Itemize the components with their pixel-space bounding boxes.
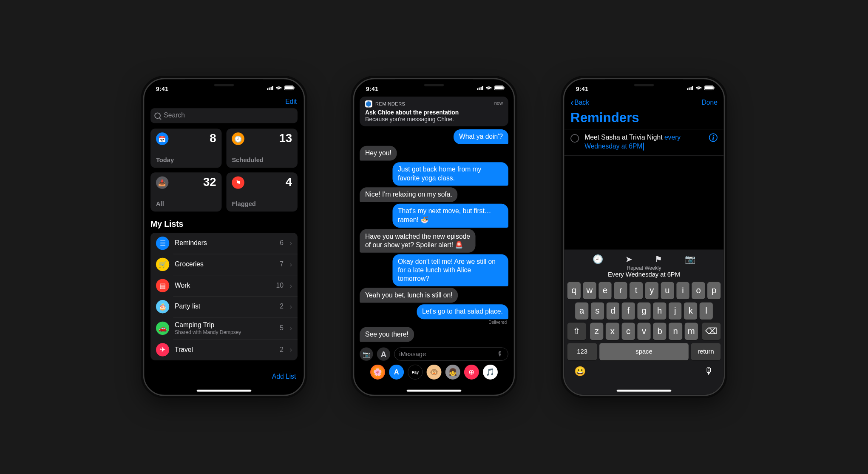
back-button[interactable]: ‹Back [570,98,589,107]
dictation-key[interactable]: 🎙 [704,366,714,377]
tile-all[interactable]: 📥 32 All [150,172,221,211]
return-key[interactable]: return [691,343,720,360]
chevron-right-icon: › [290,303,292,311]
list-name: Reminders [175,240,274,247]
key-o[interactable]: o [692,282,705,299]
key-h[interactable]: h [653,303,666,320]
list-item[interactable]: 🎂Party list2› [150,296,298,317]
key-v[interactable]: v [637,323,651,340]
key-b[interactable]: b [653,323,667,340]
done-button[interactable]: Done [702,99,718,106]
tile-label: All [156,200,216,208]
sent-message[interactable]: What ya doin'? [454,129,508,144]
received-message[interactable]: Hey you! [360,146,397,161]
reminder-notification[interactable]: 🔵 REMINDERS now Ask Chloe about the pres… [360,97,508,126]
calendar-icon: 📅 [156,132,168,145]
sent-message[interactable]: Let's go to that salad place. [417,304,508,319]
message-input[interactable]: iMessage 🎙 [394,348,508,361]
list-item[interactable]: 🛒Groceries7› [150,254,298,275]
search-input[interactable]: Search [150,108,298,123]
space-key[interactable]: space [599,343,689,360]
key-d[interactable]: d [606,303,619,320]
info-button[interactable]: i [709,133,718,142]
time-context-icon[interactable]: 🕘 [593,254,603,264]
complete-toggle[interactable] [570,134,579,143]
list-name: Camping Trip [175,321,274,329]
key-e[interactable]: e [599,282,612,299]
key-m[interactable]: m [684,323,698,340]
key-r[interactable]: r [614,282,627,299]
key-y[interactable]: y [645,282,658,299]
tile-scheduled[interactable]: 🕘 13 Scheduled [227,128,298,168]
key-k[interactable]: k [684,303,697,320]
battery-icon [284,86,294,90]
tile-today[interactable]: 📅 8 Today [150,128,221,168]
received-message[interactable]: Have you watched the new episode of our … [360,229,476,252]
edit-button[interactable]: Edit [285,98,297,106]
key-x[interactable]: x [606,323,619,340]
key-t[interactable]: t [630,282,643,299]
add-list-button[interactable]: Add List [272,373,296,380]
key-n[interactable]: n [669,323,682,340]
key-l[interactable]: l [700,303,713,320]
numbers-key[interactable]: 123 [567,343,597,360]
search-placeholder: Search [164,112,185,120]
clock-icon: 🕘 [232,132,244,145]
apps-button[interactable]: A [377,348,390,361]
text-cursor [643,143,644,151]
keyboard-suggestion[interactable]: Repeat Weekly Every Wednesday at 6PM [566,265,722,279]
chevron-right-icon: › [290,324,292,332]
list-item[interactable]: ✈Travel2› [150,339,298,360]
key-c[interactable]: c [621,323,635,340]
key-i[interactable]: i [676,282,689,299]
key-w[interactable]: w [583,282,596,299]
sent-message[interactable]: That's my next move, but first…ramen! 🍜 [392,204,508,227]
received-message[interactable]: Yeah you bet, lunch is still on! [360,288,458,303]
shift-key[interactable]: ⇧ [567,323,586,340]
sent-message[interactable]: Just got back home from my favorite yoga… [392,162,508,186]
list-icon: ✈ [156,343,169,356]
camera-context-icon[interactable]: 📷 [685,254,695,264]
reminder-row[interactable]: Meet Sasha at Trivia Night every Wednesd… [564,129,723,155]
tile-flagged[interactable]: ⚑ 4 Flagged [227,172,298,211]
key-p[interactable]: p [707,282,720,299]
memoji1-app-icon[interactable]: 🐵 [427,365,442,380]
key-a[interactable]: a [575,303,588,320]
memoji2-app-icon[interactable]: 👧 [445,365,460,380]
key-f[interactable]: f [622,303,635,320]
received-message[interactable]: Nice! I'm relaxing on my sofa. [360,188,457,203]
list-count: 2 [280,346,284,354]
home-indicator[interactable] [407,390,462,392]
appstore-app-icon[interactable]: A [389,365,404,380]
received-message[interactable]: See you there! [360,327,414,342]
message-thread[interactable]: What ya doin'?Hey you!Just got back home… [360,129,508,344]
inbox-icon: 📥 [156,176,168,188]
microphone-icon[interactable]: 🎙 [497,351,503,358]
sent-message[interactable]: Okay don't tell me! Are we still on for … [392,254,508,286]
key-s[interactable]: s [591,303,604,320]
list-name: Travel [175,346,274,354]
hashflags-app-icon[interactable]: ⊕ [464,365,479,380]
photos-app-icon[interactable]: 🌸 [370,365,385,380]
signal-icon [267,86,273,90]
key-u[interactable]: u [661,282,674,299]
list-item[interactable]: ▤Work10› [150,275,298,296]
backspace-key[interactable]: ⌫ [702,323,720,340]
key-q[interactable]: q [567,282,581,299]
emoji-key[interactable]: 😀 [574,366,586,377]
location-context-icon[interactable]: ➤ [625,254,633,264]
list-item[interactable]: ☰Reminders6› [150,233,298,254]
key-j[interactable]: j [669,303,682,320]
home-indicator[interactable] [617,390,672,392]
flag-context-icon[interactable]: ⚑ [655,254,662,264]
notch [395,79,473,91]
home-indicator[interactable] [197,390,252,392]
applepay-app-icon[interactable]: Pay [408,365,423,380]
list-count: 2 [280,303,284,311]
music-app-icon[interactable]: 🎵 [483,365,498,380]
camera-button[interactable]: 📷 [360,348,373,361]
key-z[interactable]: z [590,323,604,340]
list-item[interactable]: 🚗Camping TripShared with Mandy Dempsey5› [150,317,298,340]
key-g[interactable]: g [637,303,650,320]
reminder-text[interactable]: Meet Sasha at Trivia Night every Wednesd… [584,133,703,151]
